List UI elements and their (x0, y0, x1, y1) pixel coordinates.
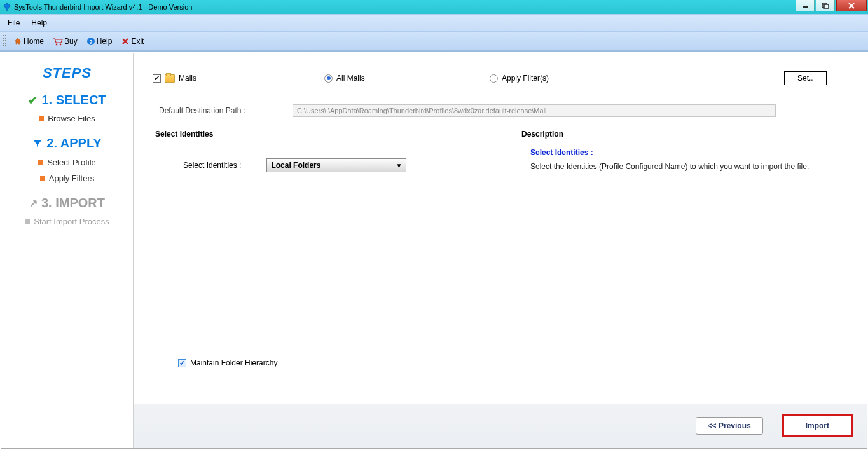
filter-icon (32, 139, 43, 149)
maintain-hierarchy-label: Maintain Folder Hierarchy (190, 358, 277, 367)
step-2-label: 2. APPLY (46, 136, 101, 151)
step-2-sub1: Select Profile (4, 158, 130, 167)
toolbar-help-label: Help (97, 37, 113, 46)
svg-point-3 (56, 43, 58, 45)
import-button[interactable]: Import (782, 414, 853, 437)
svg-rect-2 (824, 4, 829, 8)
maximize-button[interactable] (816, 0, 835, 11)
identities-value: Local Folders (271, 161, 320, 170)
wizard-footer: << Previous Import (134, 404, 867, 448)
home-icon (13, 37, 22, 46)
toolbar-buy-label: Buy (64, 37, 78, 46)
select-identities-label: Select Identities : (183, 161, 241, 170)
menu-bar: File Help (0, 14, 868, 32)
minimize-button[interactable] (796, 0, 815, 11)
menu-help[interactable]: Help (31, 18, 47, 27)
set-button[interactable]: Set.. (784, 71, 827, 85)
svg-point-4 (60, 43, 62, 45)
apply-filters-label: Apply Filter(s) (502, 74, 549, 83)
svg-rect-0 (803, 6, 808, 8)
close-button[interactable] (836, 0, 867, 11)
toolbar-home[interactable]: Home (10, 36, 48, 47)
arrow-icon: ↗ (29, 197, 38, 209)
toolbar-help[interactable]: ? Help (83, 36, 116, 47)
step-3-sub: Start Import Process (4, 217, 130, 226)
toolbar: Home Buy ? Help Exit (0, 32, 868, 52)
content-panel: ✔ Mails All Mails Apply Filter(s) Set.. … (134, 53, 867, 448)
title-bar: SysTools Thunderbird Import Wizard v4.1 … (0, 0, 868, 14)
description-legend: Description (519, 130, 566, 139)
maintain-hierarchy-row: ✔ Maintain Folder Hierarchy (178, 358, 277, 367)
identities-combobox[interactable]: Local Folders ▼ (266, 158, 406, 172)
previous-button[interactable]: << Previous (696, 417, 763, 435)
steps-title: STEPS (4, 65, 130, 81)
description-title: Select Identities : (519, 142, 848, 162)
step-3: ↗ 3. IMPORT Start Import Process (4, 196, 130, 226)
all-mails-label: All Mails (336, 74, 365, 83)
window-title: SysTools Thunderbird Import Wizard v4.1 … (14, 3, 192, 11)
description-body: Select the Identities (Profile Configure… (519, 162, 848, 171)
dest-path-field: C:\Users\ \AppData\Roaming\Thunderbird\P… (293, 104, 776, 117)
select-identities-group: Select identities Select Identities : Lo… (153, 135, 519, 319)
chevron-down-icon: ▼ (396, 162, 402, 169)
step-2-sub2: Apply Filters (4, 174, 130, 183)
all-mails-radio[interactable] (324, 74, 333, 83)
dest-path-label: Default Destination Path : (153, 106, 293, 115)
description-group: Description Select Identities : Select t… (519, 135, 848, 319)
step-2: 2. APPLY Select Profile Apply Filters (4, 136, 130, 183)
svg-text:?: ? (89, 38, 93, 44)
check-icon: ✔ (28, 93, 38, 107)
maintain-hierarchy-checkbox[interactable]: ✔ (178, 359, 186, 367)
toolbar-grip (3, 34, 6, 48)
step-1-sub: Browse Files (4, 114, 130, 123)
steps-sidebar: STEPS ✔ 1. SELECT Browse Files 2. APPLY … (1, 53, 134, 448)
toolbar-exit[interactable]: Exit (117, 36, 148, 47)
mails-checkbox[interactable]: ✔ (153, 74, 161, 83)
app-icon (3, 3, 11, 11)
apply-filters-radio[interactable] (490, 74, 498, 83)
cart-icon (53, 37, 63, 46)
toolbar-exit-label: Exit (131, 37, 144, 46)
step-3-label: 3. IMPORT (41, 196, 105, 210)
help-icon: ? (86, 37, 95, 46)
folder-icon (165, 74, 175, 83)
mails-label: Mails (179, 74, 196, 83)
step-1: ✔ 1. SELECT Browse Files (4, 93, 130, 123)
toolbar-home-label: Home (24, 37, 44, 46)
exit-icon (121, 37, 130, 46)
step-1-label: 1. SELECT (41, 93, 106, 107)
menu-file[interactable]: File (8, 18, 20, 27)
toolbar-buy[interactable]: Buy (49, 36, 81, 47)
select-identities-legend: Select identities (153, 130, 216, 139)
